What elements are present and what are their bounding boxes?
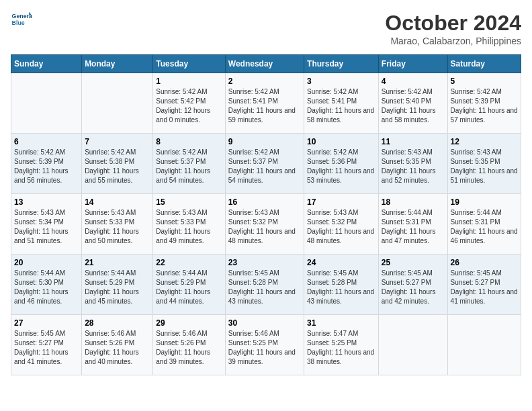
day-sunset: Sunset: 5:27 PM [451,279,500,286]
day-daylight: Daylight: 11 hours and 45 minutes. [85,288,139,305]
day-number: 31 [307,318,375,328]
day-number: 12 [451,137,518,146]
calendar-cell [447,315,521,375]
day-sunrise: Sunrise: 5:46 AM [228,330,279,337]
calendar-cell: 10 Sunrise: 5:42 AM Sunset: 5:36 PM Dayl… [304,134,379,194]
day-sunrise: Sunrise: 5:42 AM [228,148,279,156]
day-number: 2 [228,77,301,86]
day-sunset: Sunset: 5:27 PM [382,279,431,286]
day-sunset: Sunset: 5:34 PM [14,218,64,226]
day-sunrise: Sunrise: 5:43 AM [382,148,433,156]
day-sunset: Sunset: 5:28 PM [307,279,357,286]
day-sunrise: Sunrise: 5:43 AM [14,209,65,216]
calendar-cell: 9 Sunrise: 5:42 AM Sunset: 5:37 PM Dayli… [225,134,304,194]
day-daylight: Daylight: 12 hours and 0 minutes. [156,107,210,124]
day-sunset: Sunset: 5:32 PM [228,218,278,226]
day-sunset: Sunset: 5:36 PM [307,158,357,165]
day-number: 18 [382,197,445,207]
day-sunrise: Sunrise: 5:45 AM [307,269,358,277]
day-sunrise: Sunrise: 5:43 AM [85,209,136,216]
day-sunrise: Sunrise: 5:46 AM [156,330,207,337]
calendar-week-1: 1 Sunrise: 5:42 AM Sunset: 5:42 PM Dayli… [11,73,521,134]
day-sunset: Sunset: 5:31 PM [451,218,500,226]
day-sunset: Sunset: 5:39 PM [451,97,500,105]
day-sunset: Sunset: 5:27 PM [14,339,64,347]
calendar-cell: 18 Sunrise: 5:44 AM Sunset: 5:31 PM Dayl… [378,194,447,255]
day-daylight: Daylight: 11 hours and 43 minutes. [307,288,374,305]
day-daylight: Daylight: 11 hours and 39 minutes. [156,349,210,365]
calendar-cell: 7 Sunrise: 5:42 AM Sunset: 5:38 PM Dayli… [82,134,153,194]
day-number: 14 [85,197,150,207]
day-sunrise: Sunrise: 5:47 AM [307,330,358,337]
day-sunrise: Sunrise: 5:42 AM [382,88,433,95]
day-sunrise: Sunrise: 5:44 AM [382,209,433,216]
day-number: 13 [14,197,79,207]
header-tuesday: Tuesday [153,55,225,73]
calendar-cell: 27 Sunrise: 5:45 AM Sunset: 5:27 PM Dayl… [11,315,82,375]
day-daylight: Daylight: 11 hours and 42 minutes. [382,288,436,305]
calendar-cell: 25 Sunrise: 5:45 AM Sunset: 5:27 PM Dayl… [378,255,447,315]
day-daylight: Daylight: 11 hours and 46 minutes. [14,288,69,305]
title-section: October 2024 Marao, Calabarzon, Philippi… [385,11,521,46]
day-number: 21 [85,258,150,267]
day-sunrise: Sunrise: 5:42 AM [307,88,358,95]
day-number: 16 [228,197,301,207]
calendar-cell: 22 Sunrise: 5:44 AM Sunset: 5:29 PM Dayl… [153,255,225,315]
day-number: 1 [156,77,222,86]
day-sunset: Sunset: 5:30 PM [14,279,64,286]
day-sunrise: Sunrise: 5:42 AM [156,148,207,156]
calendar-cell [11,73,82,134]
calendar-cell: 24 Sunrise: 5:45 AM Sunset: 5:28 PM Dayl… [304,255,379,315]
page-header: General Blue October 2024 Marao, Calabar… [11,11,521,46]
day-daylight: Daylight: 11 hours and 48 minutes. [307,228,374,244]
day-daylight: Daylight: 11 hours and 56 minutes. [14,167,69,184]
day-sunrise: Sunrise: 5:43 AM [156,209,207,216]
day-sunset: Sunset: 5:35 PM [451,158,500,165]
day-number: 19 [451,197,518,207]
logo-icon: General Blue [11,11,32,30]
header-saturday: Saturday [447,55,521,73]
calendar-cell: 15 Sunrise: 5:43 AM Sunset: 5:33 PM Dayl… [153,194,225,255]
day-sunrise: Sunrise: 5:42 AM [451,88,502,95]
calendar-cell: 14 Sunrise: 5:43 AM Sunset: 5:33 PM Dayl… [82,194,153,255]
logo: General Blue [11,11,32,30]
day-daylight: Daylight: 11 hours and 57 minutes. [451,107,518,124]
day-sunrise: Sunrise: 5:46 AM [85,330,136,337]
calendar-week-5: 27 Sunrise: 5:45 AM Sunset: 5:27 PM Dayl… [11,315,521,375]
day-sunset: Sunset: 5:38 PM [85,158,134,165]
day-sunrise: Sunrise: 5:42 AM [85,148,136,156]
calendar-cell: 16 Sunrise: 5:43 AM Sunset: 5:32 PM Dayl… [225,194,304,255]
day-daylight: Daylight: 11 hours and 48 minutes. [228,228,296,244]
calendar-week-3: 13 Sunrise: 5:43 AM Sunset: 5:34 PM Dayl… [11,194,521,255]
calendar-header-row: Sunday Monday Tuesday Wednesday Thursday… [11,55,521,73]
day-daylight: Daylight: 11 hours and 47 minutes. [382,228,436,244]
day-number: 3 [307,77,375,86]
day-number: 29 [156,318,222,328]
calendar-cell [378,315,447,375]
calendar-cell: 8 Sunrise: 5:42 AM Sunset: 5:37 PM Dayli… [153,134,225,194]
day-number: 27 [14,318,79,328]
day-sunrise: Sunrise: 5:43 AM [228,209,279,216]
calendar-cell [82,73,153,134]
location-title: Marao, Calabarzon, Philippines [385,36,521,46]
header-friday: Friday [378,55,447,73]
day-daylight: Daylight: 11 hours and 50 minutes. [85,228,139,244]
day-daylight: Daylight: 11 hours and 58 minutes. [307,107,374,124]
day-sunset: Sunset: 5:35 PM [382,158,431,165]
header-thursday: Thursday [304,55,379,73]
day-sunrise: Sunrise: 5:42 AM [14,148,65,156]
day-daylight: Daylight: 11 hours and 41 minutes. [451,288,518,305]
day-number: 10 [307,137,375,146]
calendar-cell: 31 Sunrise: 5:47 AM Sunset: 5:25 PM Dayl… [304,315,379,375]
day-sunrise: Sunrise: 5:42 AM [156,88,207,95]
day-sunset: Sunset: 5:32 PM [307,218,357,226]
calendar-cell: 17 Sunrise: 5:43 AM Sunset: 5:32 PM Dayl… [304,194,379,255]
day-sunrise: Sunrise: 5:43 AM [307,209,358,216]
calendar-cell: 21 Sunrise: 5:44 AM Sunset: 5:29 PM Dayl… [82,255,153,315]
calendar-cell: 12 Sunrise: 5:43 AM Sunset: 5:35 PM Dayl… [447,134,521,194]
day-daylight: Daylight: 11 hours and 51 minutes. [14,228,69,244]
day-sunrise: Sunrise: 5:44 AM [451,209,502,216]
day-number: 11 [382,137,445,146]
calendar-cell: 3 Sunrise: 5:42 AM Sunset: 5:41 PM Dayli… [304,73,379,134]
day-sunrise: Sunrise: 5:45 AM [14,330,65,337]
